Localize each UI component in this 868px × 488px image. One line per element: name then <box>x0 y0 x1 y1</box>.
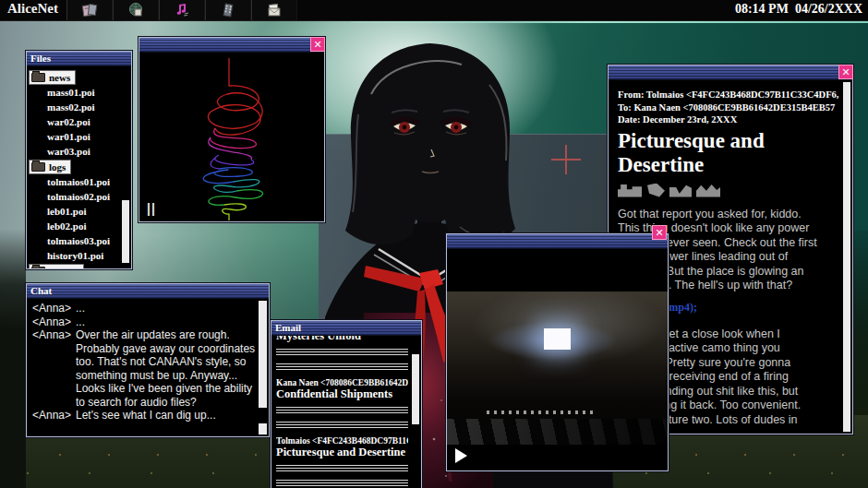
file-item[interactable]: tolmaios01.poi <box>27 174 131 189</box>
close-icon[interactable]: ✕ <box>310 37 325 52</box>
chat-scrollbar[interactable] <box>259 301 267 408</box>
file-item[interactable]: war01.poi <box>27 129 131 144</box>
file-item[interactable]: history01.poi <box>27 248 131 263</box>
email-from: From: Tolmaios <F4FC243B468DC97B11C33C4D… <box>618 89 838 101</box>
email-read-titlebar[interactable]: ✕ <box>609 65 852 80</box>
folder-item[interactable]: logs <box>27 159 131 174</box>
separator <box>276 407 408 428</box>
files-window[interactable]: Files newsmass01.poimass02.poiwar02.poiw… <box>26 51 132 269</box>
chat-sender: <Anna> <box>32 409 76 423</box>
launcher-icon-row <box>66 0 297 20</box>
file-item[interactable]: mass01.poi <box>27 85 131 100</box>
chat-message: <Anna>Over the air updates are rough. Pr… <box>32 328 256 409</box>
file-item[interactable]: leb01.poi <box>27 204 131 219</box>
email-sender: Tolmaios <F4FC243B468DC97B11C <box>276 436 408 446</box>
email-body-line: Got that report you asked for, kiddo. <box>618 208 838 222</box>
checkered-floor <box>447 419 668 445</box>
files-icon[interactable] <box>66 0 113 20</box>
folder-icon <box>31 162 45 172</box>
rule-lines <box>276 349 408 355</box>
video-player <box>447 249 668 470</box>
rule-lines <box>276 465 408 471</box>
file-item[interactable]: leb02.poi <box>27 219 131 233</box>
glyph-icon <box>646 184 665 197</box>
file-item[interactable]: war03.poi <box>27 144 131 159</box>
email-list-item[interactable]: Tolmaios <F4FC243B468DC97B11CPicturesque… <box>276 436 408 459</box>
email-list-item-partial[interactable]: Mysteries Unfold <box>276 336 408 343</box>
close-icon[interactable]: ✕ <box>838 65 853 79</box>
separator <box>276 349 408 370</box>
chat-text: ... <box>76 315 256 329</box>
email-date: Date: December 23rd, 2XXX <box>618 113 838 126</box>
rule-lines <box>276 363 408 370</box>
folder-item[interactable]: images <box>27 263 131 268</box>
chat-text: Over the air updates are rough. Probably… <box>76 328 256 409</box>
file-list: newsmass01.poimass02.poiwar02.poiwar01.p… <box>27 66 131 268</box>
email-sender: Kana Naen <708086CE9BB61642DE <box>276 378 408 387</box>
alien-glyphs <box>618 184 838 198</box>
play-button[interactable] <box>455 448 467 463</box>
folder-label: images <box>49 264 78 269</box>
chat-message: <Anna>... <box>32 315 256 329</box>
folder-label: news <box>49 70 70 86</box>
scribble-window-titlebar[interactable]: ✕ <box>139 38 324 53</box>
video-frame <box>447 292 668 445</box>
chat-scrollbar-thumb[interactable] <box>259 423 267 434</box>
files-scrollbar[interactable] <box>122 200 129 263</box>
desktop: AliceNet <box>0 0 868 488</box>
folder-box: logs <box>29 160 71 174</box>
glyph-icon <box>618 184 642 197</box>
scribble-window[interactable]: ✕ || <box>139 37 325 222</box>
files-window-titlebar[interactable]: Files <box>27 52 131 66</box>
folder-icon <box>31 267 45 268</box>
email-subject: Picturesque and Desertine <box>276 446 408 459</box>
film-icon[interactable] <box>205 0 251 20</box>
email-read-scrollbar[interactable] <box>843 82 850 432</box>
video-tick-marks <box>487 411 593 414</box>
web-icon[interactable] <box>113 0 159 20</box>
email-list-window[interactable]: Email Mysteries Unfold Kana Naen <708086… <box>271 320 422 488</box>
folder-box: images <box>29 264 84 268</box>
email-subject: Confidential Shipments <box>276 387 408 401</box>
folder-icon <box>31 73 45 82</box>
chat-sender: <Anna> <box>32 315 76 329</box>
chat-text: ... <box>76 302 256 315</box>
separator <box>276 465 408 486</box>
files-window-title: Files <box>30 52 51 65</box>
chat-message: <Anna>Let's see what I can dig up... <box>32 409 256 423</box>
chat-sender: <Anna> <box>32 328 76 409</box>
email-list-item[interactable]: Kana Naen <708086CE9BB61642DEConfidentia… <box>276 378 408 401</box>
scribble-canvas: || <box>139 53 324 221</box>
video-window[interactable]: ✕ <box>446 233 669 471</box>
chat-messages: <Anna>...<Anna>...<Anna>Over the air upd… <box>27 299 269 436</box>
chat-window[interactable]: Chat <Anna>...<Anna>...<Anna>Over the ai… <box>26 283 270 437</box>
mail-icon[interactable] <box>251 0 297 20</box>
email-list: Mysteries Unfold Kana Naen <708086CE9BB6… <box>271 336 421 487</box>
chat-window-titlebar[interactable]: Chat <box>27 284 269 299</box>
email-list-titlebar[interactable]: Email <box>271 321 421 336</box>
top-menu-bar: AliceNet <box>0 0 868 21</box>
pause-indicator[interactable]: || <box>147 201 156 216</box>
email-list-title: Email <box>275 321 301 335</box>
chat-text: Let's see what I can dig up... <box>76 409 256 423</box>
email-to: To: Kana Naen <708086CE9BB61642DE315B4EB… <box>618 101 838 114</box>
glowing-light <box>544 328 571 350</box>
app-title: AliceNet <box>7 1 58 17</box>
glyph-icon <box>696 184 720 197</box>
rule-lines <box>276 407 408 413</box>
folder-label: logs <box>49 160 66 175</box>
video-window-titlebar[interactable] <box>447 234 668 249</box>
file-item[interactable]: mass02.poi <box>27 100 131 114</box>
file-item[interactable]: war02.poi <box>27 114 131 129</box>
file-item[interactable]: tolmaios02.poi <box>27 189 131 204</box>
music-icon[interactable] <box>159 0 205 20</box>
email-subject-heading: Picturesque and Desertine <box>618 129 802 177</box>
folder-item[interactable]: news <box>27 69 131 85</box>
chat-window-title: Chat <box>30 284 52 298</box>
file-item[interactable]: tolmaios03.poi <box>27 233 131 248</box>
email-list-scrollbar[interactable] <box>412 354 419 424</box>
clock-display: 08:14 PM 04/26/2XXX <box>735 2 862 17</box>
glyph-icon <box>669 184 692 197</box>
close-icon[interactable]: ✕ <box>652 225 667 240</box>
rule-lines <box>276 422 408 428</box>
